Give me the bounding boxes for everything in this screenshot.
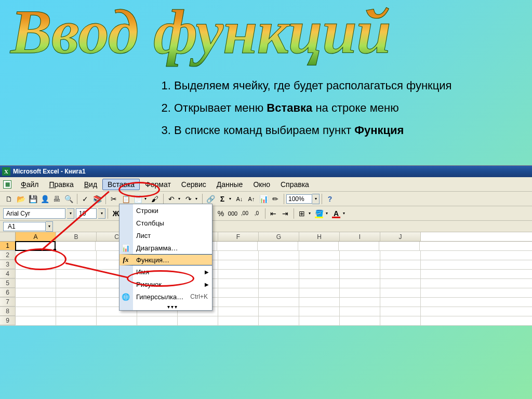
col-header-H[interactable]: H	[299, 232, 340, 241]
row-header-1[interactable]: 1	[0, 242, 16, 250]
dd-function[interactable]: fxФункция…	[119, 254, 212, 265]
cell-G8[interactable]	[259, 307, 299, 316]
save-button[interactable]: 💾	[27, 193, 38, 205]
cell-B9[interactable]	[56, 316, 97, 325]
cell-A3[interactable]	[16, 260, 56, 269]
copy-button[interactable]: 📋	[120, 193, 131, 205]
col-header-B[interactable]: B	[56, 232, 97, 241]
inc-decimal-button[interactable]: ,00	[239, 208, 250, 219]
dd-expand[interactable]: ▾▾▾	[119, 303, 212, 310]
redo-button[interactable]: ↷	[183, 193, 194, 205]
menu-file[interactable]: Файл	[16, 179, 44, 190]
comma-button[interactable]: 000	[227, 208, 238, 219]
font-name-dropdown[interactable]: ▾	[67, 208, 74, 219]
cell-I8[interactable]	[340, 307, 380, 316]
borders-button[interactable]: ⊞	[296, 208, 308, 219]
font-color-button[interactable]: A	[330, 208, 342, 219]
row-header-4[interactable]: 4	[0, 270, 16, 278]
print-button[interactable]: 🖶	[51, 193, 62, 205]
menu-edit[interactable]: Правка	[44, 179, 78, 190]
cell-F7[interactable]	[218, 298, 259, 307]
cell-A7[interactable]	[16, 298, 56, 307]
zoom-dropdown[interactable]: ▾	[312, 194, 320, 204]
menu-format[interactable]: Формат	[140, 179, 176, 190]
cell-G9[interactable]	[259, 316, 299, 325]
cell-G4[interactable]	[259, 270, 299, 278]
inc-indent-button[interactable]: ⇥	[280, 208, 291, 219]
cell-I4[interactable]	[340, 270, 380, 278]
dec-decimal-button[interactable]: ,0	[251, 208, 262, 219]
menu-help[interactable]: Справка	[275, 179, 314, 190]
font-size-dropdown[interactable]: ▾	[98, 208, 105, 219]
cell-A2[interactable]	[16, 251, 56, 260]
paste-button[interactable]: 📄	[132, 193, 143, 205]
select-all-corner[interactable]	[0, 232, 16, 241]
print-preview-button[interactable]: 🔍	[63, 193, 74, 205]
cell-J5[interactable]	[380, 279, 421, 288]
cell-J4[interactable]	[380, 270, 421, 278]
cell-F5[interactable]	[218, 279, 259, 288]
hyperlink-button[interactable]: 🔗	[205, 193, 216, 205]
permission-button[interactable]: 👤	[39, 193, 50, 205]
row-header-5[interactable]: 5	[0, 279, 16, 288]
spelling-button[interactable]: ✓	[79, 193, 91, 205]
cell-I7[interactable]	[340, 298, 380, 307]
menu-insert[interactable]: Вставка	[102, 179, 140, 190]
open-button[interactable]: 📂	[15, 193, 26, 205]
name-box-dropdown[interactable]: ▾	[46, 221, 53, 232]
cell-J1[interactable]	[379, 242, 420, 250]
cell-B1[interactable]	[55, 242, 96, 250]
row-header-7[interactable]: 7	[0, 298, 16, 307]
cell-J8[interactable]	[380, 307, 421, 316]
cell-H9[interactable]	[299, 316, 340, 325]
font-name-box[interactable]: Arial Cyr	[3, 208, 65, 219]
cell-H3[interactable]	[299, 260, 340, 269]
col-header-I[interactable]: I	[340, 232, 380, 241]
menu-tools[interactable]: Сервис	[176, 179, 211, 190]
new-button[interactable]: 🗋	[3, 193, 15, 205]
cell-F3[interactable]	[218, 260, 259, 269]
col-header-J[interactable]: J	[380, 232, 421, 241]
name-box[interactable]: A1	[3, 222, 46, 231]
cell-I5[interactable]	[340, 279, 380, 288]
cell-I2[interactable]	[340, 251, 380, 260]
menu-window[interactable]: Окно	[248, 179, 275, 190]
cell-G3[interactable]	[259, 260, 299, 269]
menu-view[interactable]: Вид	[79, 179, 102, 190]
cell-B2[interactable]	[56, 251, 97, 260]
cell-F4[interactable]	[218, 270, 259, 278]
row-header-2[interactable]: 2	[0, 251, 16, 260]
cell-A8[interactable]	[16, 307, 56, 316]
cell-H7[interactable]	[299, 298, 340, 307]
dd-cols[interactable]: Столбцы	[119, 217, 212, 229]
cell-A5[interactable]	[16, 279, 56, 288]
cell-J7[interactable]	[380, 298, 421, 307]
cell-H6[interactable]	[299, 288, 340, 297]
cell-B8[interactable]	[56, 307, 97, 316]
cell-G7[interactable]	[259, 298, 299, 307]
cell-B7[interactable]	[56, 298, 97, 307]
cell-I6[interactable]	[340, 288, 380, 297]
cell-A6[interactable]	[16, 288, 56, 297]
cell-J6[interactable]	[380, 288, 421, 297]
cell-J3[interactable]	[380, 260, 421, 269]
cell-H5[interactable]	[299, 279, 340, 288]
zoom-box[interactable]: 100%	[286, 194, 312, 204]
cell-I1[interactable]	[339, 242, 379, 250]
cell-G5[interactable]	[259, 279, 299, 288]
cell-F2[interactable]	[218, 251, 259, 260]
menu-data[interactable]: Данные	[211, 179, 248, 190]
cell-D9[interactable]	[137, 316, 178, 325]
drawing-button[interactable]: ✏	[270, 193, 281, 205]
dd-sheet[interactable]: Лист	[119, 229, 212, 242]
cell-J9[interactable]	[380, 316, 421, 325]
col-header-G[interactable]: G	[259, 232, 299, 241]
dd-chart[interactable]: 📊Диаграмма…	[119, 242, 212, 254]
row-header-6[interactable]: 6	[0, 288, 16, 297]
dd-name[interactable]: Имя▶	[119, 265, 212, 278]
cell-J2[interactable]	[380, 251, 421, 260]
dd-picture[interactable]: Рисунок▶	[119, 278, 212, 290]
cell-G2[interactable]	[259, 251, 299, 260]
cell-B4[interactable]	[56, 270, 97, 278]
autosum-button[interactable]: Σ	[217, 193, 228, 205]
